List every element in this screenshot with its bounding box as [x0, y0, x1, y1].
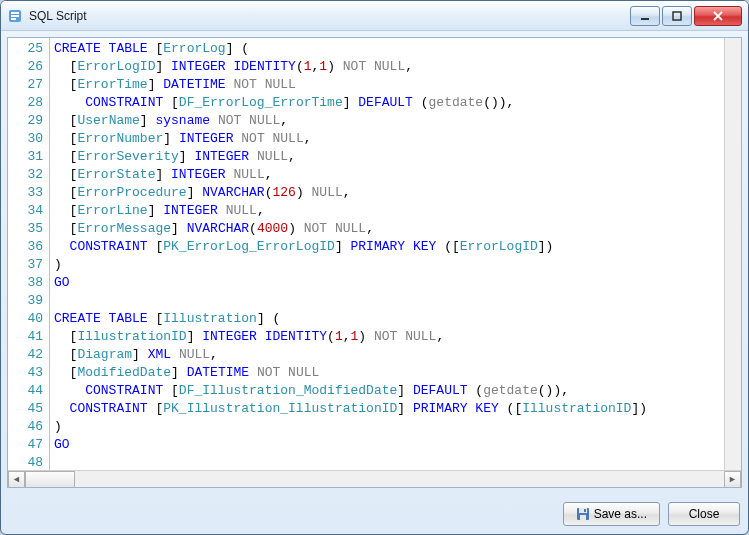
code-line[interactable]: CREATE TABLE [Illustration] ( [54, 310, 720, 328]
code-line[interactable]: [ErrorTime] DATETIME NOT NULL [54, 76, 720, 94]
line-number: 30 [10, 130, 43, 148]
line-number: 36 [10, 238, 43, 256]
line-number: 47 [10, 436, 43, 454]
scroll-thumb[interactable] [25, 471, 75, 488]
code-line[interactable]: CONSTRAINT [PK_Illustration_Illustration… [54, 400, 720, 418]
content-area: 2526272829303132333435363738394041424344… [7, 37, 742, 488]
line-number: 28 [10, 94, 43, 112]
line-number: 46 [10, 418, 43, 436]
line-number: 44 [10, 382, 43, 400]
maximize-button[interactable] [662, 6, 692, 26]
scroll-track[interactable] [25, 471, 724, 488]
line-number: 37 [10, 256, 43, 274]
code-line[interactable]: [ErrorSeverity] INTEGER NULL, [54, 148, 720, 166]
code-pane[interactable]: CREATE TABLE [ErrorLog] ( [ErrorLogID] I… [50, 38, 724, 470]
line-number: 31 [10, 148, 43, 166]
line-number: 48 [10, 454, 43, 470]
line-number: 34 [10, 202, 43, 220]
code-line[interactable]: [Diagram] XML NULL, [54, 346, 720, 364]
code-line[interactable]: CONSTRAINT [PK_ErrorLog_ErrorLogID] PRIM… [54, 238, 720, 256]
code-line[interactable]: [IllustrationID] INTEGER IDENTITY(1,1) N… [54, 328, 720, 346]
code-line[interactable]: [ErrorNumber] INTEGER NOT NULL, [54, 130, 720, 148]
line-number: 33 [10, 184, 43, 202]
code-line[interactable] [54, 292, 720, 310]
code-line[interactable]: [ErrorLogID] INTEGER IDENTITY(1,1) NOT N… [54, 58, 720, 76]
line-number: 29 [10, 112, 43, 130]
svg-rect-9 [584, 509, 586, 512]
code-line[interactable]: ) [54, 256, 720, 274]
line-number: 43 [10, 364, 43, 382]
code-line[interactable]: [ErrorMessage] NVARCHAR(4000) NOT NULL, [54, 220, 720, 238]
close-label: Close [689, 507, 720, 521]
code-line[interactable] [54, 454, 720, 470]
code-line[interactable]: [UserName] sysname NOT NULL, [54, 112, 720, 130]
code-line[interactable]: ) [54, 418, 720, 436]
svg-rect-5 [673, 12, 681, 20]
maximize-icon [672, 11, 682, 21]
code-line[interactable]: CONSTRAINT [DF_Illustration_ModifiedDate… [54, 382, 720, 400]
line-number: 42 [10, 346, 43, 364]
line-number: 35 [10, 220, 43, 238]
window-controls [630, 6, 742, 26]
code-line[interactable]: CREATE TABLE [ErrorLog] ( [54, 40, 720, 58]
code-line[interactable]: [ErrorProcedure] NVARCHAR(126) NULL, [54, 184, 720, 202]
code-line[interactable]: [ErrorLine] INTEGER NULL, [54, 202, 720, 220]
svg-rect-2 [11, 15, 19, 17]
line-number: 32 [10, 166, 43, 184]
code-line[interactable]: GO [54, 436, 720, 454]
app-icon [7, 8, 23, 24]
minimize-button[interactable] [630, 6, 660, 26]
scroll-left-button[interactable]: ◄ [8, 471, 25, 488]
save-icon [576, 507, 590, 521]
window-title: SQL Script [29, 9, 630, 23]
vertical-scrollbar[interactable] [724, 38, 741, 470]
code-line[interactable]: GO [54, 274, 720, 292]
save-as-label: Save as... [594, 507, 647, 521]
code-line[interactable]: [ModifiedDate] DATETIME NOT NULL [54, 364, 720, 382]
dialog-button-bar: Save as... Close [1, 494, 748, 534]
svg-rect-8 [580, 515, 586, 520]
titlebar[interactable]: SQL Script [1, 1, 748, 31]
line-number: 41 [10, 328, 43, 346]
line-number: 38 [10, 274, 43, 292]
svg-rect-4 [641, 18, 649, 20]
close-icon [713, 11, 723, 21]
line-number-gutter: 2526272829303132333435363738394041424344… [8, 38, 50, 470]
line-number: 40 [10, 310, 43, 328]
line-number: 25 [10, 40, 43, 58]
horizontal-scrollbar[interactable]: ◄ ► [8, 470, 741, 487]
minimize-icon [640, 11, 650, 21]
close-button[interactable]: Close [668, 502, 740, 526]
line-number: 45 [10, 400, 43, 418]
code-line[interactable]: [ErrorState] INTEGER NULL, [54, 166, 720, 184]
line-number: 39 [10, 292, 43, 310]
close-window-button[interactable] [694, 6, 742, 26]
window-frame: SQL Script 25262728293031323334353637383… [0, 0, 749, 535]
line-number: 26 [10, 58, 43, 76]
line-number: 27 [10, 76, 43, 94]
svg-rect-1 [11, 12, 19, 14]
save-as-button[interactable]: Save as... [563, 502, 660, 526]
code-editor[interactable]: 2526272829303132333435363738394041424344… [8, 38, 741, 470]
code-line[interactable]: CONSTRAINT [DF_ErrorLog_ErrorTime] DEFAU… [54, 94, 720, 112]
scroll-right-button[interactable]: ► [724, 471, 741, 488]
svg-rect-3 [11, 18, 16, 20]
